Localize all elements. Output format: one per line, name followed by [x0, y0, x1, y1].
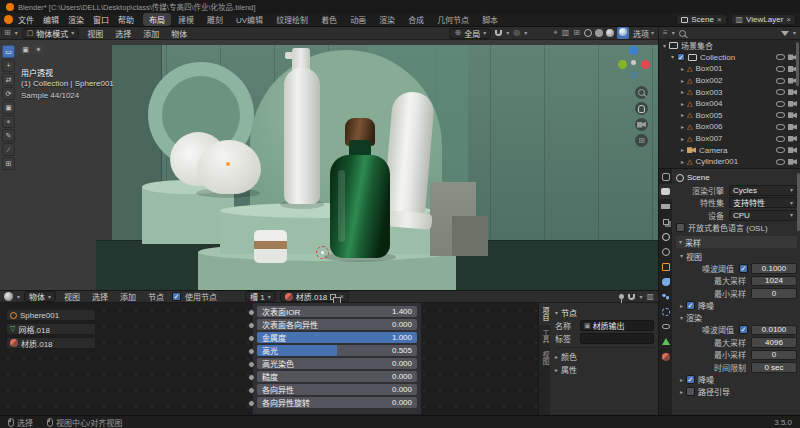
pan-hand-icon[interactable] [635, 102, 648, 115]
hide-eye-icon[interactable] [776, 78, 785, 84]
menu-edit[interactable]: 编辑 [39, 14, 63, 25]
tab-object-data[interactable] [659, 334, 672, 349]
viewport-3d[interactable]: 物体模式 视图 选择 添加 物体 全局 选项 [0, 27, 658, 290]
render-sampling-header[interactable]: 渲染 [676, 312, 797, 324]
node-input-anisotropic[interactable]: 各向异性 0.000 [257, 384, 417, 395]
node-input-specular[interactable]: 高光 0.505 [257, 345, 417, 356]
shader-menu-add[interactable]: 添加 [116, 291, 140, 302]
render-noise-value[interactable]: 0.0100 [751, 325, 797, 336]
outliner-row-cylinder001[interactable]: Cylinder001 [659, 156, 800, 168]
tab-constraints[interactable] [659, 319, 672, 334]
render-visibility-icon[interactable] [788, 159, 797, 165]
workspace-tab-modeling[interactable]: 建模 [172, 13, 200, 26]
render-visibility-icon[interactable] [788, 147, 797, 153]
breadcrumb-material[interactable]: 材质.018 [6, 337, 96, 349]
outliner-row-box006[interactable]: Box006 [659, 121, 800, 133]
rendered-shading-active[interactable] [617, 27, 629, 39]
render-engine-select[interactable]: Cycles [729, 185, 797, 196]
viewport-denoise-header[interactable]: 降噪 [676, 300, 797, 312]
axis-y-icon[interactable] [618, 60, 627, 69]
device-select[interactable]: CPU [729, 210, 797, 221]
expand-icon[interactable] [681, 123, 684, 131]
outliner-row-box005[interactable]: Box005 [659, 110, 800, 122]
material-slot-dropdown[interactable]: 槽 1 [245, 291, 276, 302]
properties-editor[interactable]: Scene 渲染引擎 Cycles 特性集 支持特性 设备 CPU 开放 [658, 168, 800, 415]
workspace-tab-shading[interactable]: 着色 [315, 13, 343, 26]
menu-render[interactable]: 渲染 [64, 14, 88, 25]
render-denoise-header[interactable]: 降噪 [676, 374, 797, 386]
navigation-gizmo[interactable] [616, 46, 650, 80]
viewport-menu-add[interactable]: 添加 [139, 28, 163, 39]
render-visibility-icon[interactable] [788, 101, 797, 107]
expand-icon[interactable] [681, 88, 684, 96]
tab-view-layer[interactable] [659, 214, 672, 229]
sidebar-tab-tool[interactable]: 工具 [539, 325, 551, 347]
outliner-row-scene-collection[interactable]: 场景集合 [659, 40, 800, 52]
gray-step-front[interactable] [452, 216, 488, 256]
hide-eye-icon[interactable] [776, 101, 785, 107]
tab-material[interactable] [659, 349, 672, 364]
tab-object[interactable] [659, 259, 672, 274]
tab-modifiers[interactable] [659, 274, 672, 289]
material-id-block[interactable]: 材质.018 [280, 291, 349, 302]
workspace-tab-animation[interactable]: 动画 [344, 13, 372, 26]
outliner-row-camera[interactable]: Camera [659, 144, 800, 156]
viewport-options-dropdown[interactable]: 选项 [633, 28, 654, 39]
snap-magnet-icon[interactable] [628, 294, 635, 300]
select-box-tool[interactable]: ▭ [2, 45, 15, 58]
expand-icon[interactable] [681, 100, 684, 108]
breadcrumb-object[interactable]: Sphere001 [6, 309, 96, 321]
filter-funnel-icon[interactable] [781, 31, 789, 36]
overlays-mini-icon[interactable] [33, 44, 44, 55]
render-min-samples-value[interactable]: 0 [751, 350, 797, 361]
viewport-max-samples-value[interactable]: 1024 [751, 276, 797, 287]
outliner-row-collection[interactable]: Collection [659, 52, 800, 64]
use-nodes-checkbox[interactable] [172, 292, 181, 301]
viewport-sampling-header[interactable]: 视图 [676, 250, 797, 262]
render-visibility-icon[interactable] [788, 89, 797, 95]
ortho-toggle-icon[interactable] [635, 134, 648, 147]
viewlayer-unlink-icon[interactable] [786, 16, 791, 24]
move-tool[interactable]: ⇄ [2, 73, 15, 86]
expand-icon[interactable] [681, 146, 684, 154]
expand-icon[interactable] [671, 53, 674, 61]
material-shading-icon[interactable] [606, 29, 614, 37]
hide-eye-icon[interactable] [776, 89, 785, 95]
menu-window[interactable]: 窗口 [89, 14, 113, 25]
collection-checkbox[interactable] [677, 53, 685, 61]
small-jar[interactable] [254, 230, 287, 263]
workspace-tab-sculpting[interactable]: 雕刻 [201, 13, 229, 26]
tab-world[interactable] [659, 244, 672, 259]
hide-eye-icon[interactable] [776, 136, 785, 142]
node-input-specular-tint[interactable]: 高光染色 0.000 [257, 358, 417, 369]
shader-menu-view[interactable]: 视图 [60, 291, 84, 302]
path-guiding-checkbox[interactable] [686, 387, 695, 396]
blender-menu-icon[interactable] [4, 15, 13, 24]
workspace-tab-layout[interactable]: 布局 [143, 13, 171, 26]
tab-output[interactable] [659, 199, 672, 214]
node-input-roughness[interactable]: 糙度 0.000 [257, 371, 417, 382]
sampling-panel-header[interactable]: 采样 [676, 236, 797, 248]
tab-tool[interactable] [659, 169, 672, 184]
search-icon[interactable] [679, 30, 686, 37]
node-section-header[interactable]: 节点 [555, 306, 654, 319]
outliner-row-box003[interactable]: Box003 [659, 86, 800, 98]
expand-icon[interactable] [681, 111, 684, 119]
sidebar-tab-item[interactable]: 项目 [539, 303, 551, 325]
editor-type-icon[interactable] [663, 29, 668, 37]
mode-dropdown[interactable]: 物体模式 [22, 28, 80, 39]
outliner-row-box001[interactable]: Box001 [659, 63, 800, 75]
hide-eye-icon[interactable] [776, 54, 785, 60]
axis-z-icon[interactable] [629, 46, 638, 55]
transform-orientation-dropdown[interactable]: 全局 [449, 28, 491, 39]
render-max-samples-value[interactable]: 4096 [751, 337, 797, 348]
viewport-menu-object[interactable]: 物体 [167, 28, 191, 39]
scene-selector[interactable]: Scene [676, 14, 726, 25]
viewport-menu-select[interactable]: 选择 [111, 28, 135, 39]
pin-icon[interactable] [619, 294, 624, 299]
rotate-tool[interactable]: ⟳ [2, 87, 15, 100]
noise-threshold-checkbox[interactable] [739, 264, 748, 273]
expand-icon[interactable] [681, 77, 684, 85]
node-input-metallic[interactable]: 金属度 1.000 [257, 332, 417, 343]
principled-bsdf-node[interactable]: 次表面IOR 1.400 次表面各向异性 0.000 金属度 1.000 高光 … [252, 303, 422, 415]
